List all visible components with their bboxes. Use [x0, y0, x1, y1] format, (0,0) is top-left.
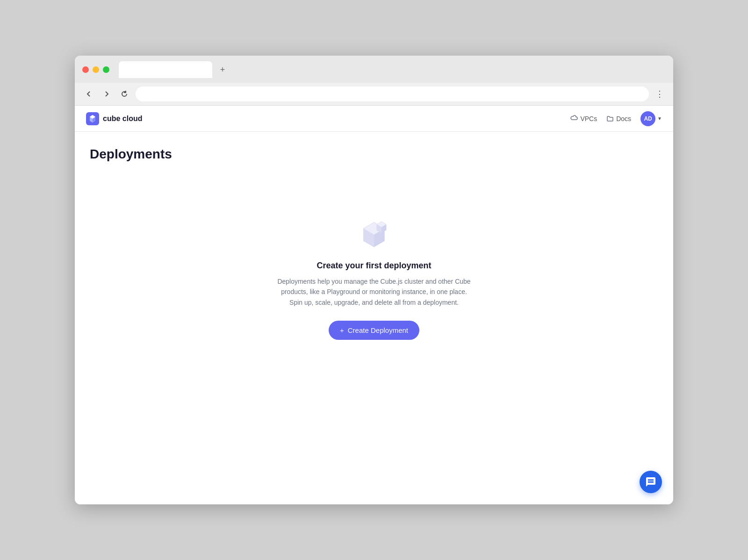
- empty-state-description: Deployments help you manage the Cube.js …: [276, 276, 472, 308]
- vpcs-link[interactable]: VPCs: [570, 115, 597, 122]
- vpcs-label: VPCs: [580, 115, 597, 122]
- user-menu[interactable]: AD ▼: [640, 111, 662, 126]
- create-btn-label: Create Deployment: [348, 326, 408, 334]
- close-button[interactable]: [82, 66, 89, 73]
- empty-state-title: Create your first deployment: [316, 261, 431, 271]
- app-logo[interactable]: cube cloud: [86, 112, 142, 125]
- empty-state: Create your first deployment Deployments…: [90, 180, 658, 377]
- maximize-button[interactable]: [103, 66, 109, 73]
- user-avatar: AD: [640, 111, 655, 126]
- page-title: Deployments: [90, 147, 658, 162]
- chevron-down-icon: ▼: [657, 116, 662, 121]
- forward-button[interactable]: [100, 87, 113, 101]
- app-content: cube cloud VPCs Docs AD ▼: [75, 106, 673, 504]
- back-button[interactable]: [82, 87, 95, 101]
- folder-icon: [606, 115, 614, 122]
- browser-window: + ⋮: [75, 56, 673, 504]
- docs-link[interactable]: Docs: [606, 115, 631, 122]
- tab-area: +: [119, 61, 666, 78]
- chat-icon: [645, 476, 656, 488]
- active-tab[interactable]: [119, 61, 212, 78]
- cloud-icon: [570, 115, 578, 122]
- minimize-button[interactable]: [93, 66, 99, 73]
- address-bar[interactable]: [136, 86, 649, 101]
- page-main: Deployments: [75, 132, 673, 504]
- cube-cloud-logo-icon: [86, 112, 99, 125]
- deployment-cube-icon: [357, 218, 391, 251]
- create-deployment-button[interactable]: + Create Deployment: [329, 321, 419, 340]
- create-btn-prefix: +: [340, 326, 344, 334]
- browser-menu-button[interactable]: ⋮: [654, 87, 666, 101]
- app-navbar: cube cloud VPCs Docs AD ▼: [75, 106, 673, 132]
- traffic-lights: [82, 66, 109, 73]
- browser-titlebar: +: [75, 56, 673, 83]
- docs-label: Docs: [616, 115, 631, 122]
- nav-right: VPCs Docs AD ▼: [570, 111, 662, 126]
- browser-toolbar: ⋮: [75, 83, 673, 106]
- app-logo-text: cube cloud: [103, 115, 142, 123]
- chat-button[interactable]: [640, 471, 662, 493]
- reload-button[interactable]: [118, 87, 131, 101]
- new-tab-button[interactable]: +: [216, 63, 229, 76]
